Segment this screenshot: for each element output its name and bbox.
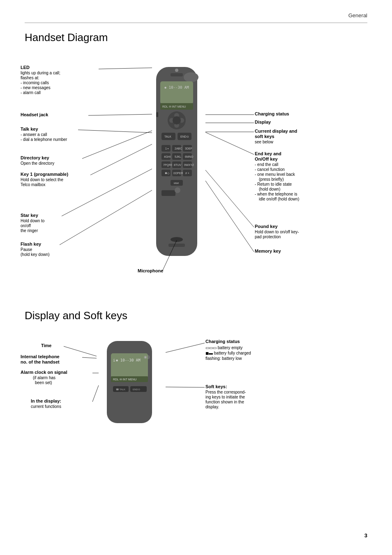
svg-text:Open the directory: Open the directory: [21, 161, 54, 166]
time-label: Time: [41, 343, 51, 348]
talk-key-line: [78, 130, 152, 133]
svg-rect-44: [161, 190, 175, 196]
svg-text:4GHI: 4GHI: [164, 155, 171, 158]
display-diagram-svg: i ✱ 10--30 AM RDL ✉ INT MENU ◉)) ☎ TALK …: [16, 329, 374, 456]
svg-text:- incoming calls: - incoming calls: [21, 81, 49, 85]
svg-text:display.: display.: [205, 405, 219, 409]
svg-text:current functions: current functions: [31, 404, 61, 409]
display-soft-keys-title: Display and Soft keys: [25, 309, 367, 322]
led-label-title: LED: [21, 65, 30, 70]
current-display-title: Current display and: [255, 129, 297, 134]
star-key-line: [62, 169, 152, 216]
handset-diagram-svg: ✱ 10--30 AM RDL ✉ INT MENU TALK END⊙: [16, 51, 374, 297]
svg-text:✱ 10--30 AM: ✱ 10--30 AM: [116, 358, 141, 362]
svg-text:Hold down to select the: Hold down to select the: [21, 177, 63, 182]
end-key-title: End key and: [255, 151, 281, 156]
svg-text:- dial a telephone number: - dial a telephone number: [21, 137, 67, 142]
directory-key-line: [82, 131, 152, 159]
svg-text:idle on/off  (hold down): idle on/off (hold down): [259, 197, 299, 201]
svg-text:the ringer: the ringer: [21, 228, 38, 233]
svg-text:END⊙: END⊙: [180, 135, 189, 138]
svg-text:9WXYZ: 9WXYZ: [184, 164, 194, 166]
flash-key-line: [60, 190, 152, 245]
page-number: 3: [364, 532, 367, 539]
internal-tel-line: [82, 357, 97, 358]
svg-text:no. of the handset: no. of the handset: [21, 359, 60, 364]
svg-point-13: [173, 116, 181, 124]
page-header: General: [0, 0, 392, 23]
svg-text:# +: # +: [185, 172, 189, 175]
svg-text:5JKL: 5JKL: [175, 155, 181, 158]
display-label-title: Display: [255, 120, 271, 124]
svg-rect-47: [168, 244, 185, 247]
svg-text:pad protection: pad protection: [255, 235, 281, 239]
charging-status-title: Charging status: [255, 111, 289, 116]
headset-line: [88, 114, 152, 115]
svg-text:- cancel function: - cancel function: [255, 167, 285, 172]
svg-rect-77: [111, 353, 148, 378]
svg-text:☎ TALK: ☎ TALK: [116, 388, 125, 391]
time-line: [64, 346, 97, 356]
svg-text:Telco mailbox: Telco mailbox: [21, 182, 46, 187]
divider: [25, 23, 367, 23]
svg-text:- one menu level back: - one menu level back: [255, 172, 295, 177]
svg-rect-48: [156, 112, 158, 117]
led-line: [99, 68, 152, 69]
charging-status-right-line: [166, 343, 205, 352]
svg-text:- new messages: - new messages: [21, 85, 51, 90]
svg-text:0OPER: 0OPER: [173, 172, 183, 175]
svg-rect-7: [171, 73, 183, 76]
svg-text:on/off: on/off: [21, 223, 31, 228]
svg-text:▭▭▭ battery empty: ▭▭▭ battery empty: [205, 345, 242, 350]
svg-text:flashing: battery low: flashing: battery low: [205, 356, 242, 361]
diagram-area: ✱ 10--30 AM RDL ✉ INT MENU TALK END⊙: [16, 51, 376, 305]
svg-text:Press the correspond-: Press the correspond-: [205, 390, 246, 394]
directory-key-title: Directory key: [21, 155, 50, 160]
svg-text:Pause: Pause: [21, 247, 32, 252]
svg-text:flashes at:: flashes at:: [21, 76, 39, 80]
led-label-desc: lights up during a call;: [21, 71, 60, 75]
key1-title: Key 1 (programmable): [21, 172, 68, 177]
svg-text:(hold down): (hold down): [259, 187, 280, 191]
soft-keys-line: [166, 387, 205, 387]
section-label: General: [348, 12, 367, 18]
svg-text:been set): been set): [35, 380, 52, 385]
svg-text:i: i: [113, 358, 115, 362]
svg-text:✱ 10--30 AM: ✱ 10--30 AM: [164, 85, 189, 90]
svg-text:(press briefly): (press briefly): [259, 177, 284, 182]
flash-key-title: Flash key: [21, 242, 42, 246]
svg-text:◼▬  battery fully charged: ◼▬ battery fully charged: [205, 351, 251, 355]
svg-text:RDL  ✉  INT  MENU: RDL ✉ INT MENU: [162, 105, 186, 108]
headset-jack-title: Headset jack: [21, 112, 48, 117]
svg-text:(hold key down): (hold key down): [21, 252, 50, 257]
svg-point-1: [184, 72, 198, 82]
svg-text:✱◇: ✱◇: [165, 172, 170, 175]
svg-text:- end the call: - end the call: [255, 162, 278, 167]
display-area: i ✱ 10--30 AM RDL ✉ INT MENU ◉)) ☎ TALK …: [16, 329, 376, 464]
svg-text:- answer a call: - answer a call: [21, 132, 47, 137]
svg-text:soft keys: soft keys: [255, 134, 274, 139]
svg-point-46: [171, 237, 183, 242]
pound-key-line: [205, 170, 254, 227]
svg-text:Hold down to on/off key-: Hold down to on/off key-: [255, 230, 299, 234]
svg-text:- Return to idle state: - Return to idle state: [255, 182, 292, 187]
svg-text:TALK: TALK: [164, 135, 171, 138]
svg-text:see below: see below: [255, 140, 274, 144]
svg-text:function shown in the: function shown in the: [205, 400, 244, 404]
svg-text:ing keys to initiate the: ing keys to initiate the: [205, 395, 245, 399]
svg-text:MWI: MWI: [174, 182, 179, 184]
svg-point-2: [175, 69, 178, 72]
memory-key-title: Memory key: [255, 249, 281, 253]
svg-text:Hold down to: Hold down to: [21, 219, 45, 223]
svg-point-45: [175, 187, 180, 193]
key1-line: [90, 144, 152, 175]
handset-diagram-section: Handset Diagram ✱ 10--30 AM RDL ✉ INT ME…: [0, 31, 392, 305]
internal-tel-title: Internal telephone: [21, 354, 60, 359]
svg-text:6MNO: 6MNO: [185, 155, 194, 158]
charging-status-right-title: Charging status: [205, 339, 240, 344]
svg-rect-3: [160, 81, 193, 104]
svg-text:2ABC: 2ABC: [175, 147, 182, 150]
svg-text:◉)): ◉)): [144, 355, 150, 359]
svg-text:- alarm call: - alarm call: [21, 90, 41, 95]
svg-text:1⚬: 1⚬: [165, 147, 169, 150]
